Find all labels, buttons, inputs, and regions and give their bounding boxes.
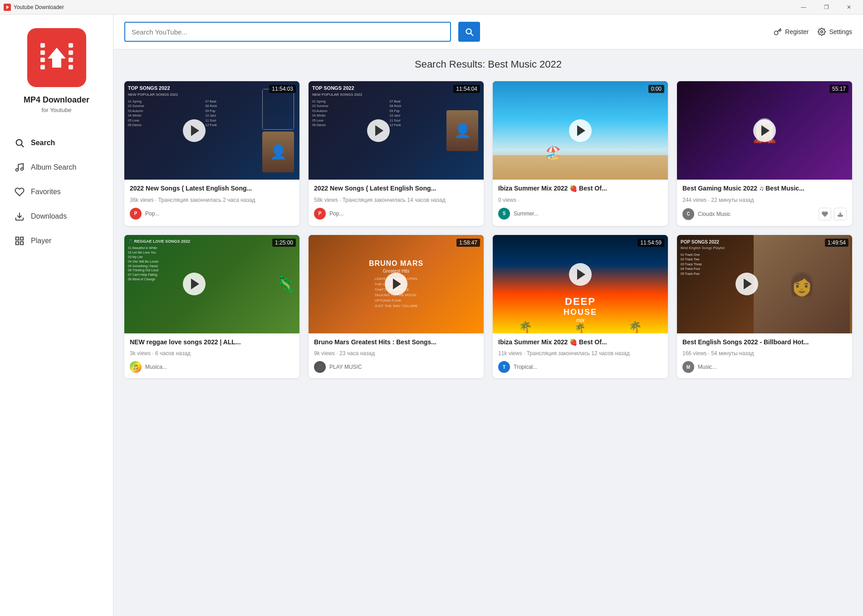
card-meta: 166 views · 54 минуты назад [682, 349, 847, 357]
settings-button[interactable]: Settings [818, 28, 852, 36]
card-channel: T Tropical... [498, 361, 662, 373]
app-icon [4, 4, 11, 11]
card-meta: 244 views · 22 минуты назад [682, 196, 847, 204]
sidebar-item-label-search: Search [31, 139, 55, 147]
card-actions [819, 208, 847, 220]
duration-badge: 1:49:54 [825, 239, 848, 247]
search-icon [15, 138, 25, 148]
duration-badge: 1:25:00 [272, 239, 296, 247]
card-channel: 🎵 Musica... [130, 361, 294, 373]
channel-avatar: P [130, 208, 142, 220]
svg-rect-4 [40, 58, 45, 62]
card-meta: 9k views · 23 часа назад [314, 349, 478, 357]
sidebar-item-label-player: Player [31, 237, 51, 245]
video-card[interactable]: BRUNO MARS Greatest Hits LEAVE THE DOOR … [309, 235, 484, 379]
results-grid: TOP SONGS 2022 NEW POPULAR SONGS 2022 01… [124, 81, 852, 378]
header-actions: Register Settings [774, 28, 852, 36]
card-title: Ibiza Summer Mix 2022 🍓 Best Of... [498, 338, 662, 347]
svg-rect-8 [69, 58, 73, 62]
svg-point-20 [821, 31, 823, 33]
sidebar-item-search[interactable]: Search [7, 132, 106, 154]
svg-point-11 [16, 140, 22, 146]
close-button[interactable]: ✕ [838, 0, 859, 15]
grid-icon [15, 236, 25, 246]
video-card[interactable]: 🧝 55:17 Best Gaming Music 2022 ♫ Best Mu… [677, 81, 852, 226]
svg-point-13 [16, 169, 19, 171]
card-title: NEW reggae love songs 2022 | ALL... [130, 338, 294, 347]
channel-avatar: P [314, 208, 326, 220]
sidebar-item-album-search[interactable]: Album Search [7, 156, 106, 179]
register-button[interactable]: Register [774, 28, 809, 36]
minimize-button[interactable]: — [793, 0, 814, 15]
channel-name: Tropical... [514, 364, 662, 370]
card-meta: 0 views · [498, 196, 662, 204]
card-title: Best Gaming Music 2022 ♫ Best Music... [682, 184, 847, 193]
video-card[interactable]: 🎵 REGGAE LOVE SONGS 2022 01 Beautiful in… [124, 235, 299, 379]
svg-line-12 [21, 145, 24, 147]
app-name: MP4 Downloader [24, 95, 89, 105]
channel-avatar: S [498, 208, 510, 220]
search-btn-icon [464, 27, 474, 37]
maximize-button[interactable]: ❐ [816, 0, 837, 15]
svg-point-14 [21, 168, 24, 171]
svg-rect-7 [69, 50, 73, 55]
settings-label: Settings [829, 28, 852, 35]
svg-rect-2 [40, 43, 45, 48]
duration-badge: 11:54:04 [453, 85, 480, 93]
sidebar-item-label-album: Album Search [31, 163, 77, 171]
download-card-button[interactable] [834, 208, 847, 220]
video-card[interactable]: TOP SONGS 2022 NEW POPULAR SONGS 2022 01… [124, 81, 299, 226]
register-label: Register [785, 28, 809, 35]
search-button[interactable] [458, 22, 480, 42]
download-icon [15, 211, 25, 221]
titlebar: Youtube Downloader — ❐ ✕ [0, 0, 863, 15]
svg-rect-16 [16, 237, 19, 240]
channel-name: Musica... [145, 364, 294, 370]
results-title: Search Results: Best Music 2022 [124, 59, 852, 70]
music-icon [15, 162, 25, 172]
card-channel: S Summer... [498, 208, 662, 220]
nav-menu: Search Album Search Favorites [0, 132, 113, 254]
window-controls: — ❐ ✕ [793, 0, 859, 15]
main-content: Best Music 2022 Register [113, 15, 863, 616]
video-card[interactable]: 🏖️ 0:00 Ibiza Summer Mix 2022 🍓 Best Of.… [493, 81, 668, 226]
card-title: Best English Songs 2022 - Billboard Hot.… [682, 338, 847, 347]
card-meta: 36k views · Трансляция закончилась 2 час… [130, 196, 294, 204]
channel-name: Cloudx Music [698, 211, 815, 217]
duration-badge: 0:00 [648, 85, 664, 93]
app-sub: for Youtube [42, 107, 72, 113]
favorite-button[interactable] [819, 208, 831, 220]
logo-icon [39, 39, 75, 76]
settings-icon [818, 28, 826, 36]
svg-rect-18 [20, 242, 23, 244]
card-meta: 58k views · Трансляция закончилась 14 ча… [314, 196, 478, 204]
search-input[interactable]: Best Music 2022 [124, 22, 451, 42]
window-title: Youtube Downloader [14, 4, 793, 10]
channel-name: Summer... [514, 210, 662, 217]
video-card[interactable]: TOP SONGS 2022 NEW POPULAR SONGS 2022 01… [309, 81, 484, 226]
heart-icon [15, 187, 25, 197]
svg-rect-3 [40, 50, 45, 55]
sidebar-item-favorites[interactable]: Favorites [7, 181, 106, 203]
svg-marker-10 [48, 48, 66, 68]
svg-rect-6 [69, 43, 73, 48]
key-icon [774, 28, 782, 36]
duration-badge: 1:58:47 [456, 239, 480, 247]
sidebar-item-downloads[interactable]: Downloads [7, 205, 106, 228]
svg-rect-5 [40, 65, 45, 69]
channel-avatar: C [682, 208, 694, 220]
channel-name: Pop... [145, 210, 294, 217]
video-card[interactable]: POP SONGS 2022 Best English Songs Playli… [677, 235, 852, 379]
duration-badge: 55:17 [829, 85, 848, 93]
download-small-icon [837, 211, 843, 217]
sidebar-item-player[interactable]: Player [7, 230, 106, 252]
card-channel: 🎵 PLAY MUSIC [314, 361, 478, 373]
channel-avatar: 🎵 [130, 361, 142, 373]
channel-name: PLAY MUSIC [329, 364, 478, 370]
svg-rect-9 [69, 65, 73, 69]
card-meta: 11k views · Трансляция закончилась 12 ча… [498, 349, 662, 357]
sidebar-item-label-favorites: Favorites [31, 188, 61, 196]
channel-name: Pop... [329, 210, 478, 217]
svg-rect-19 [16, 242, 19, 244]
video-card[interactable]: DEEP HOUSE mix 🌴 🌴 🌴 11:54:59 [493, 235, 668, 379]
